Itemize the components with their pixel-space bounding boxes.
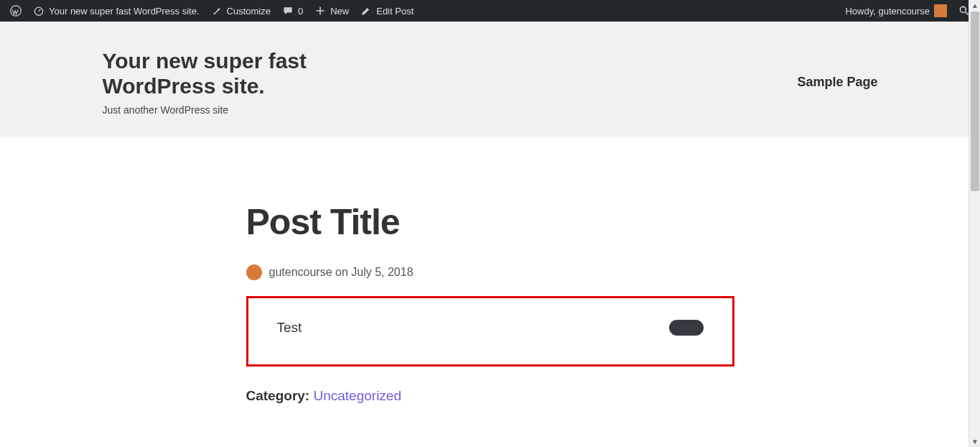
- comment-icon: [282, 5, 294, 17]
- post-body-text: Test: [277, 320, 640, 336]
- scrollbar-thumb[interactable]: [971, 11, 979, 191]
- svg-point-0: [11, 6, 21, 16]
- nav-sample-page[interactable]: Sample Page: [797, 75, 877, 90]
- site-header-inner: Your new super fast WordPress site. Just…: [95, 49, 885, 116]
- site-tagline: Just another WordPress site: [103, 104, 375, 116]
- scroll-up-icon[interactable]: ▲: [971, 1, 979, 9]
- post-content-area: Post Title gutencourse on July 5, 2018 T…: [218, 137, 763, 447]
- post-date[interactable]: July 5, 2018: [351, 266, 413, 278]
- svg-line-2: [39, 9, 40, 11]
- post-date-prefix: on: [335, 266, 348, 278]
- svg-line-4: [966, 12, 969, 15]
- site-header: Your new super fast WordPress site. Just…: [0, 22, 980, 137]
- customize-menu[interactable]: Customize: [205, 0, 276, 22]
- highlighted-content-block: Test: [246, 296, 734, 367]
- wordpress-icon: [10, 5, 22, 17]
- edit-post-label: Edit Post: [376, 6, 414, 17]
- svg-point-3: [960, 6, 966, 12]
- post-meta: gutencourse on July 5, 2018: [246, 264, 734, 280]
- post-category: Category: Uncategorized: [246, 388, 734, 404]
- author-avatar-icon: [246, 264, 262, 280]
- new-content-menu[interactable]: New: [309, 0, 355, 22]
- wp-admin-bar: Your new super fast WordPress site. Cust…: [0, 0, 980, 22]
- dashboard-icon: [33, 5, 45, 17]
- site-name-menu[interactable]: Your new super fast WordPress site.: [27, 0, 205, 22]
- avatar-icon: [934, 4, 947, 17]
- site-title[interactable]: Your new super fast WordPress site.: [103, 49, 375, 98]
- site-name-label: Your new super fast WordPress site.: [49, 6, 200, 17]
- branding: Your new super fast WordPress site. Just…: [103, 49, 375, 116]
- wp-logo-menu[interactable]: [4, 0, 27, 22]
- plus-icon: [314, 5, 326, 17]
- content-pill-icon: [669, 320, 704, 336]
- post-title: Post Title: [246, 201, 734, 243]
- category-label: Category:: [246, 388, 310, 403]
- account-menu[interactable]: Howdy, gutencourse: [839, 0, 953, 22]
- edit-post-menu[interactable]: Edit Post: [355, 0, 419, 22]
- admin-bar-right: Howdy, gutencourse: [839, 0, 976, 22]
- post-author[interactable]: gutencourse: [269, 266, 332, 278]
- brush-icon: [211, 5, 223, 17]
- customize-label: Customize: [227, 6, 271, 17]
- category-link[interactable]: Uncategorized: [313, 388, 401, 403]
- comments-menu[interactable]: 0: [276, 0, 309, 22]
- new-label: New: [330, 6, 349, 17]
- comments-count: 0: [298, 6, 303, 17]
- greeting-label: Howdy, gutencourse: [845, 6, 930, 17]
- scrollbar-track[interactable]: ▲ ▼: [969, 0, 980, 447]
- pencil-icon: [360, 5, 372, 17]
- scroll-down-icon[interactable]: ▼: [971, 438, 979, 446]
- admin-bar-left: Your new super fast WordPress site. Cust…: [4, 0, 419, 22]
